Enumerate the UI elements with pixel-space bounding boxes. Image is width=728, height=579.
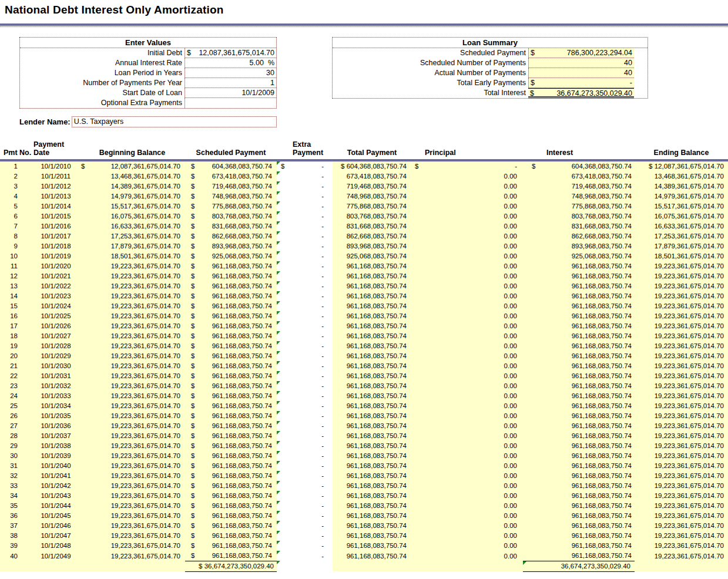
cell-beg-r4[interactable]: 14,979,361,675,014.70 <box>79 191 185 201</box>
cell-end-r30[interactable]: 19,223,361,675,014.70 <box>635 451 728 461</box>
cell-interest-r30[interactable]: 961,168,083,750.74 <box>523 451 635 461</box>
cell-end-r22[interactable]: 19,223,361,675,014.70 <box>635 371 728 381</box>
cell-extra-r32[interactable]: - <box>277 471 328 481</box>
cell-beg-r27[interactable]: 19,223,361,675,014.70 <box>79 421 185 431</box>
cell-end-r35[interactable]: 19,223,361,675,014.70 <box>635 501 728 511</box>
cell-total-r25[interactable]: 961,168,083,750.74 <box>333 401 411 411</box>
cell-date-r1[interactable]: 10/1/2010 <box>32 160 79 171</box>
cell-principal-r16[interactable]: 0.00 <box>411 311 523 321</box>
cell-principal-r7[interactable]: 0.00 <box>411 221 523 231</box>
cell-interest-r26[interactable]: 961,168,083,750.74 <box>523 411 635 421</box>
cell-date-r11[interactable]: 10/1/2020 <box>32 261 79 271</box>
cell-total-r8[interactable]: 862,668,083,750.74 <box>333 231 411 241</box>
cell-sched-r3[interactable]: $719,468,083,750.74 <box>185 181 277 191</box>
cell-principal-r26[interactable]: 0.00 <box>411 411 523 421</box>
cell-principal-r3[interactable]: 0.00 <box>411 181 523 191</box>
cell-total-r4[interactable]: 748,968,083,750.74 <box>333 191 411 201</box>
cell-total-r28[interactable]: 961,168,083,750.74 <box>333 431 411 441</box>
cell-sched-r37[interactable]: $961,168,083,750.74 <box>185 521 277 531</box>
cell-date-r22[interactable]: 10/1/2031 <box>32 371 79 381</box>
optional-extra-payments-field[interactable] <box>184 98 276 108</box>
cell-end-r26[interactable]: 19,223,361,675,014.70 <box>635 411 728 421</box>
cell-extra-r11[interactable]: - <box>277 261 328 271</box>
cell-sched-r26[interactable]: $961,168,083,750.74 <box>185 411 277 421</box>
cell-end-r40[interactable]: 19,223,361,675,014.70 <box>635 551 728 561</box>
payments-per-year-field[interactable]: 1 <box>184 78 276 88</box>
cell-total-r32[interactable]: 961,168,083,750.74 <box>333 471 411 481</box>
cell-principal-r19[interactable]: 0.00 <box>411 341 523 351</box>
cell-pmt-r24[interactable]: 24 <box>0 391 32 401</box>
cell-end-r18[interactable]: 19,223,361,675,014.70 <box>635 331 728 341</box>
cell-sched-r10[interactable]: $925,068,083,750.74 <box>185 251 277 261</box>
cell-interest-r16[interactable]: 961,168,083,750.74 <box>523 311 635 321</box>
cell-beg-r5[interactable]: 15,517,361,675,014.70 <box>79 201 185 211</box>
cell-principal-r39[interactable]: 0.00 <box>411 541 523 551</box>
cell-extra-r37[interactable]: - <box>277 521 328 531</box>
cell-total-r38[interactable]: 961,168,083,750.74 <box>333 531 411 541</box>
cell-principal-r38[interactable]: 0.00 <box>411 531 523 541</box>
cell-interest-r10[interactable]: 925,068,083,750.74 <box>523 251 635 261</box>
cell-pmt-r10[interactable]: 10 <box>0 251 32 261</box>
cell-principal-r13[interactable]: 0.00 <box>411 281 523 291</box>
cell-principal-r20[interactable]: 0.00 <box>411 351 523 361</box>
cell-pmt-r28[interactable]: 28 <box>0 431 32 441</box>
cell-extra-r34[interactable]: - <box>277 491 328 501</box>
cell-pmt-r21[interactable]: 21 <box>0 361 32 371</box>
cell-end-r36[interactable]: 19,223,361,675,014.70 <box>635 511 728 521</box>
cell-principal-r28[interactable]: 0.00 <box>411 431 523 441</box>
cell-pmt-r9[interactable]: 9 <box>0 241 32 251</box>
cell-extra-r38[interactable]: - <box>277 531 328 541</box>
cell-beg-r35[interactable]: 19,223,361,675,014.70 <box>79 501 185 511</box>
cell-interest-r20[interactable]: 961,168,083,750.74 <box>523 351 635 361</box>
cell-principal-r15[interactable]: 0.00 <box>411 301 523 311</box>
cell-interest-r25[interactable]: 961,168,083,750.74 <box>523 401 635 411</box>
cell-beg-r30[interactable]: 19,223,361,675,014.70 <box>79 451 185 461</box>
cell-total-r12[interactable]: 961,168,083,750.74 <box>333 271 411 281</box>
cell-sched-r29[interactable]: $961,168,083,750.74 <box>185 441 277 451</box>
cell-principal-r23[interactable]: 0.00 <box>411 381 523 391</box>
cell-extra-r22[interactable]: - <box>277 371 328 381</box>
cell-pmt-r30[interactable]: 30 <box>0 451 32 461</box>
cell-beg-r17[interactable]: 19,223,361,675,014.70 <box>79 321 185 331</box>
cell-principal-r21[interactable]: 0.00 <box>411 361 523 371</box>
cell-extra-r23[interactable]: - <box>277 381 328 391</box>
total-interest-cell[interactable]: $36,674,273,350,029.40 <box>528 88 634 98</box>
cell-end-r7[interactable]: 16,633,361,675,014.70 <box>635 221 728 231</box>
cell-beg-r21[interactable]: 19,223,361,675,014.70 <box>79 361 185 371</box>
cell-extra-r6[interactable]: - <box>277 211 328 221</box>
cell-end-r21[interactable]: 19,223,361,675,014.70 <box>635 361 728 371</box>
cell-end-r19[interactable]: 19,223,361,675,014.70 <box>635 341 728 351</box>
cell-extra-r27[interactable]: - <box>277 421 328 431</box>
cell-sched-r4[interactable]: $748,968,083,750.74 <box>185 191 277 201</box>
cell-date-r26[interactable]: 10/1/2035 <box>32 411 79 421</box>
cell-sched-r2[interactable]: $673,418,083,750.74 <box>185 171 277 181</box>
cell-interest-r3[interactable]: 719,468,083,750.74 <box>523 181 635 191</box>
cell-date-r21[interactable]: 10/1/2030 <box>32 361 79 371</box>
cell-sched-r5[interactable]: $775,868,083,750.74 <box>185 201 277 211</box>
cell-extra-r15[interactable]: - <box>277 301 328 311</box>
cell-date-r19[interactable]: 10/1/2028 <box>32 341 79 351</box>
cell-interest-r36[interactable]: 961,168,083,750.74 <box>523 511 635 521</box>
cell-sched-r16[interactable]: $961,168,083,750.74 <box>185 311 277 321</box>
cell-extra-r7[interactable]: - <box>277 221 328 231</box>
cell-interest-r35[interactable]: 961,168,083,750.74 <box>523 501 635 511</box>
cell-sched-r6[interactable]: $803,768,083,750.74 <box>185 211 277 221</box>
cell-end-r17[interactable]: 19,223,361,675,014.70 <box>635 321 728 331</box>
cell-extra-r24[interactable]: - <box>277 391 328 401</box>
cell-beg-r31[interactable]: 19,223,361,675,014.70 <box>79 461 185 471</box>
cell-end-r6[interactable]: 16,075,361,675,014.70 <box>635 211 728 221</box>
cell-total-r5[interactable]: 775,868,083,750.74 <box>333 201 411 211</box>
start-date-field[interactable]: 10/1/2009 <box>184 88 276 98</box>
cell-principal-r14[interactable]: 0.00 <box>411 291 523 301</box>
cell-beg-r14[interactable]: 19,223,361,675,014.70 <box>79 291 185 301</box>
cell-date-r36[interactable]: 10/1/2045 <box>32 511 79 521</box>
cell-total-r17[interactable]: 961,168,083,750.74 <box>333 321 411 331</box>
cell-date-r30[interactable]: 10/1/2039 <box>32 451 79 461</box>
cell-extra-r14[interactable]: - <box>277 291 328 301</box>
cell-sched-r21[interactable]: $961,168,083,750.74 <box>185 361 277 371</box>
cell-interest-r33[interactable]: 961,168,083,750.74 <box>523 481 635 491</box>
cell-interest-r31[interactable]: 961,168,083,750.74 <box>523 461 635 471</box>
cell-date-r13[interactable]: 10/1/2022 <box>32 281 79 291</box>
cell-principal-r34[interactable]: 0.00 <box>411 491 523 501</box>
cell-pmt-r3[interactable]: 3 <box>0 181 32 191</box>
